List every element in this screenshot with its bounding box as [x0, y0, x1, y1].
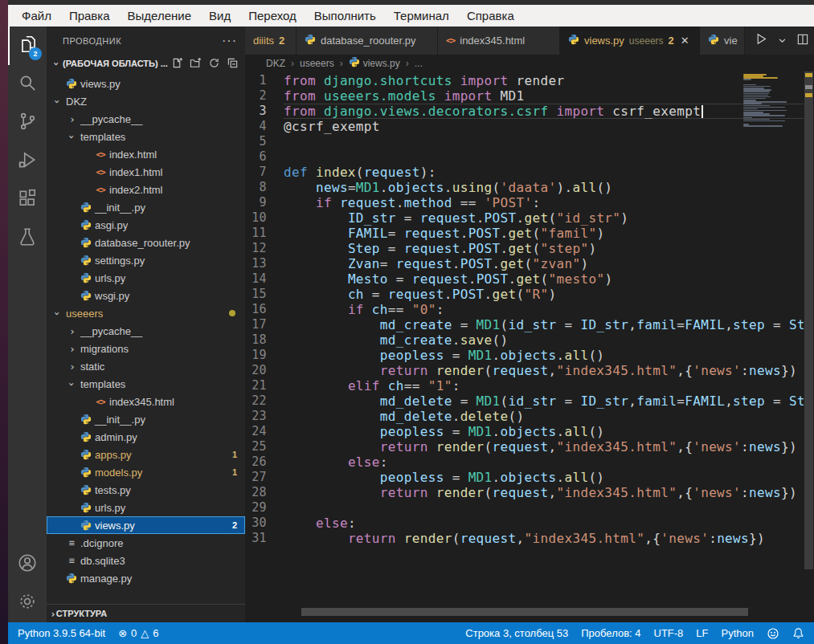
tree-item-apps.py[interactable]: apps.py1: [47, 446, 245, 463]
tab-vie[interactable]: vie: [700, 26, 745, 55]
code-line-3[interactable]: 3from django.views.decorators.csrf impor…: [245, 104, 804, 119]
code-line-20[interactable]: 20 return render(request,"index345.html"…: [245, 363, 804, 378]
run-debug-activity-button[interactable]: [8, 142, 47, 181]
extensions-activity-button[interactable]: [8, 181, 47, 219]
menu-item[interactable]: Вид: [200, 9, 239, 22]
breadcrumb-item-useeers[interactable]: useeers: [300, 58, 334, 69]
tab-views.py[interactable]: views.pyuseeers2✕: [560, 26, 700, 55]
code-line-7[interactable]: 7def index(request):: [245, 165, 804, 180]
breadcrumb-item-views.py[interactable]: views.py: [349, 56, 400, 70]
tree-item-index345.html[interactable]: <>index345.html: [47, 393, 245, 410]
code-line-21[interactable]: 21 elif ch== "1":: [245, 378, 804, 393]
tree-item-__pycache__[interactable]: ›__pycache__: [47, 322, 245, 340]
code-line-8[interactable]: 8 news=MD1.objects.using('daata').all(): [245, 180, 804, 195]
search-activity-button[interactable]: [8, 65, 47, 104]
close-icon[interactable]: ✕: [681, 35, 689, 47]
tree-item-views.py[interactable]: views.py2: [47, 516, 245, 534]
code-line-4[interactable]: 4@csrf_exempt: [245, 119, 804, 134]
settings-button[interactable]: [8, 584, 47, 622]
tree-item-__init__.py[interactable]: __init__.py: [47, 198, 245, 216]
menu-item[interactable]: Файл: [13, 9, 60, 22]
minimap[interactable]: [743, 74, 803, 127]
vertical-scrollbar[interactable]: [804, 71, 814, 622]
run-dropdown-icon[interactable]: [778, 34, 787, 48]
new-folder-icon[interactable]: [190, 57, 202, 71]
status-item[interactable]: Пробелов: 4: [581, 627, 640, 639]
code-line-29[interactable]: 29: [245, 500, 804, 516]
tree-item-db.sqlite3[interactable]: ≡db.sqlite3: [47, 552, 245, 569]
status-item[interactable]: Строка 3, столбец 53: [465, 627, 568, 639]
account-button[interactable]: [8, 545, 47, 584]
tree-item-views.py[interactable]: views.py: [47, 75, 245, 92]
tree-item-index2.html[interactable]: <>index2.html: [47, 181, 245, 198]
tree-item-useeers[interactable]: ›useeers: [47, 304, 245, 322]
tree-item-manage.py[interactable]: manage.py: [47, 569, 245, 587]
code-line-30[interactable]: 30 else:: [245, 516, 804, 531]
code-line-26[interactable]: 26 else:: [245, 454, 804, 470]
code-line-2[interactable]: 2from useeers.models import MD1: [245, 88, 804, 104]
tree-item-urls.py[interactable]: urls.py: [47, 269, 245, 287]
code-line-5[interactable]: 5: [245, 134, 804, 149]
tree-item-admin.py[interactable]: admin.py: [47, 428, 245, 446]
testing-activity-button[interactable]: [8, 219, 47, 258]
menu-item[interactable]: Выполнить: [305, 9, 385, 22]
tab-database_roouter.py[interactable]: database_roouter.py: [297, 26, 438, 55]
status-item[interactable]: LF: [696, 627, 708, 639]
code-line-28[interactable]: 28 return render(request,"index345.html"…: [245, 485, 804, 500]
tree-item-asgi.py[interactable]: asgi.py: [47, 216, 245, 234]
tree-item-__init__.py[interactable]: __init__.py: [47, 410, 245, 428]
tree-item-models.py[interactable]: models.py1: [47, 463, 245, 481]
problems-status[interactable]: ⊗ 0 △ 6: [118, 627, 158, 639]
tree-item-templates[interactable]: ›templates: [47, 375, 245, 393]
tree-item-templates[interactable]: ›templates: [47, 128, 245, 145]
tree-item-settings.py[interactable]: settings.py: [47, 251, 245, 269]
tree-item-migrations[interactable]: ›migrations: [47, 340, 245, 357]
code-line-10[interactable]: 10 ID_str = request.POST.get("id_str"): [245, 210, 804, 226]
code-line-18[interactable]: 18 md_create.save(): [245, 332, 804, 348]
code-line-22[interactable]: 22 md_delete = MD1(id_str = ID_str,famil…: [245, 393, 804, 409]
workspace-section-header[interactable]: › (РАБОЧАЯ ОБЛАСТЬ) ...: [47, 55, 245, 72]
breadcrumb-item-...[interactable]: ...: [415, 58, 423, 69]
code-line-13[interactable]: 13 Zvan= request.POST.get("zvan"): [245, 256, 804, 271]
code-line-15[interactable]: 15 ch = request.POST.get("R"): [245, 287, 804, 302]
code-line-16[interactable]: 16 if ch== "0":: [245, 302, 804, 317]
split-editor-button[interactable]: [796, 33, 809, 49]
tree-item-index1.html[interactable]: <>index1.html: [47, 163, 245, 181]
menu-item[interactable]: Терминал: [385, 9, 458, 22]
tree-item-urls.py[interactable]: urls.py: [47, 499, 245, 516]
collapse-all-icon[interactable]: [227, 57, 239, 71]
explorer-more-actions-icon[interactable]: ···: [222, 34, 237, 48]
tree-item-.dcignore[interactable]: ≡.dcignore: [47, 534, 245, 552]
code-line-25[interactable]: 25 return render(request,"index345.html"…: [245, 439, 804, 454]
notifications-bell-icon[interactable]: [792, 627, 804, 639]
code-line-17[interactable]: 17 md_create = MD1(id_str = ID_str,famil…: [245, 317, 804, 332]
horizontal-scrollbar-thumb[interactable]: [301, 608, 748, 616]
code-line-31[interactable]: 31 return render(request,"index345.html"…: [245, 531, 804, 546]
code-line-19[interactable]: 19 peopless = MD1.objects.all(): [245, 348, 804, 363]
code-line-24[interactable]: 24 peopless = MD1.objects.all(): [245, 424, 804, 439]
code-line-27[interactable]: 27 peopless = MD1.objects.all(): [245, 470, 804, 485]
python-interpreter-status[interactable]: Python 3.9.5 64-bit: [18, 627, 105, 639]
code-line-12[interactable]: 12 Step = request.POST.get("step"): [245, 241, 804, 256]
explorer-activity-button[interactable]: 2: [8, 26, 47, 65]
tree-item-static[interactable]: ›static: [47, 357, 245, 375]
tab-diiits[interactable]: diiits2: [245, 26, 297, 55]
code-line-23[interactable]: 23 md_delete.delete(): [245, 409, 804, 424]
code-line-1[interactable]: 1from django.shortcuts import render: [245, 73, 804, 88]
tree-item-database_roouter.py[interactable]: database_roouter.py: [47, 234, 245, 251]
menu-item[interactable]: Переход: [239, 9, 305, 22]
code-line-11[interactable]: 11 FAMIL= request.POST.get("famil"): [245, 226, 804, 241]
code-editor[interactable]: 1from django.shortcuts import render2fro…: [245, 71, 814, 622]
status-item[interactable]: UTF-8: [654, 627, 684, 639]
tree-item-DKZ[interactable]: ›DKZ: [47, 92, 245, 110]
vertical-scrollbar-thumb[interactable]: [804, 71, 813, 569]
tree-item-tests.py[interactable]: tests.py: [47, 481, 245, 499]
menu-item[interactable]: Выделение: [119, 9, 200, 22]
tree-item-index.html[interactable]: <>index.html: [47, 145, 245, 163]
breadcrumb-item-DKZ[interactable]: DKZ: [266, 58, 285, 69]
source-control-activity-button[interactable]: [8, 104, 47, 142]
run-button[interactable]: [755, 32, 768, 49]
outline-section-header[interactable]: › СТРУКТУРА: [47, 604, 245, 622]
code-line-14[interactable]: 14 Mesto = request.POST.get("mesto"): [245, 271, 804, 287]
code-line-9[interactable]: 9 if request.method == 'POST':: [245, 195, 804, 210]
